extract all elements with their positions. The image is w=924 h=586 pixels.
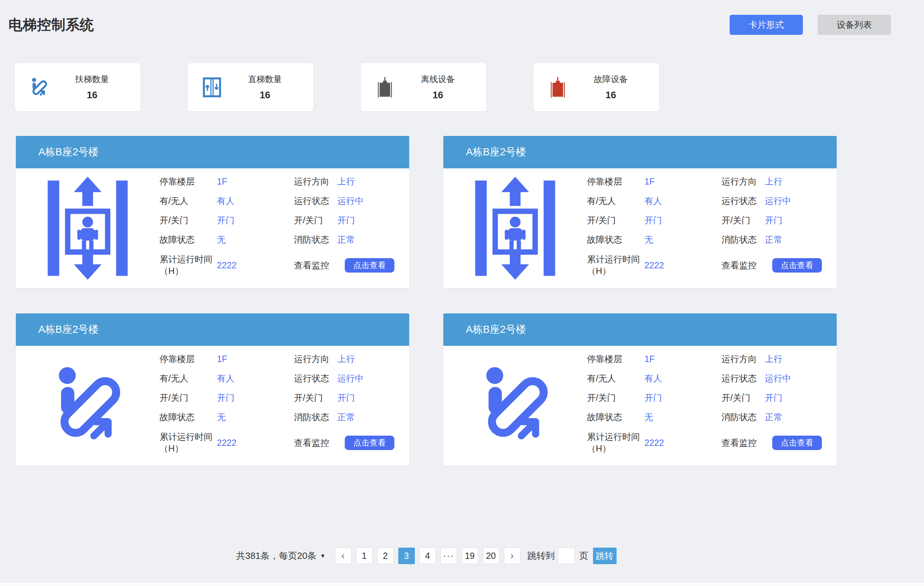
detail-label: 累计运行时间（H） [160, 254, 217, 277]
page-ellipsis[interactable]: ··· [441, 548, 457, 564]
view-monitor-button[interactable]: 点击查看 [345, 436, 394, 450]
detail-value: 有人 [217, 195, 294, 207]
list-view-button[interactable]: 设备列表 [818, 15, 891, 35]
detail-label: 累计运行时间（H） [587, 254, 644, 277]
stat-card: 扶梯数量16 [15, 63, 140, 111]
jump-button[interactable]: 跳转 [593, 548, 617, 564]
detail-label: 停靠楼层 [160, 176, 217, 187]
detail-label: 累计运行时间（H） [160, 431, 217, 454]
detail-label: 查看监控 [721, 437, 765, 449]
device-card: A栋B座2号楼停靠楼层1F运行方向上行有/无人有人运行状态运行中开/关门开门开/… [443, 136, 837, 288]
detail-label: 运行状态 [294, 195, 337, 207]
detail-label: 故障状态 [587, 234, 644, 246]
escalator-icon [28, 76, 50, 98]
elevator-person-icon [41, 174, 134, 282]
detail-value: 正常 [337, 234, 394, 246]
detail-value: 开门 [765, 215, 822, 226]
device-details: 停靠楼层1F运行方向上行有/无人有人运行状态运行中开/关门开门开/关门开门故障状… [587, 168, 837, 288]
device-card-header: A栋B座2号楼 [443, 314, 837, 346]
view-monitor-button[interactable]: 点击查看 [772, 436, 822, 450]
view-toggle: 卡片形式 设备列表 [729, 15, 891, 35]
stat-text: 离线设备16 [396, 74, 480, 101]
detail-row: 故障状态无消防状态正常 [160, 230, 394, 249]
detail-value: 运行中 [765, 195, 822, 207]
detail-label: 有/无人 [160, 195, 217, 207]
device-card-header: A栋B座2号楼 [16, 314, 409, 346]
detail-label: 运行方向 [294, 353, 337, 365]
detail-row: 有/无人有人运行状态运行中 [160, 191, 394, 211]
device-details: 停靠楼层1F运行方向上行有/无人有人运行状态运行中开/关门开门开/关门开门故障状… [160, 346, 409, 465]
topbar: 电梯控制系统 卡片形式 设备列表 [0, 0, 924, 35]
detail-label: 有/无人 [160, 373, 217, 384]
stat-value: 16 [605, 90, 616, 101]
detail-label: 累计运行时间（H） [587, 431, 644, 454]
device-card: A栋B座2号楼停靠楼层1F运行方向上行有/无人有人运行状态运行中开/关门开门开/… [16, 314, 409, 465]
detail-value: 1F [644, 177, 721, 187]
detail-value: 正常 [337, 411, 394, 423]
device-details: 停靠楼层1F运行方向上行有/无人有人运行状态运行中开/关门开门开/关门开门故障状… [587, 346, 837, 465]
detail-label: 运行方向 [721, 176, 765, 187]
detail-value: 有人 [644, 195, 721, 207]
detail-label: 运行状态 [721, 373, 765, 384]
detail-label: 停靠楼层 [587, 176, 644, 187]
page-button-20[interactable]: 20 [483, 548, 499, 564]
next-page-button[interactable]: › [504, 548, 520, 564]
prev-page-button[interactable]: ‹ [335, 548, 351, 564]
detail-label: 查看监控 [721, 259, 765, 271]
detail-row: 故障状态无消防状态正常 [587, 408, 822, 427]
stat-value: 16 [87, 90, 97, 101]
detail-label: 查看监控 [294, 437, 337, 449]
detail-row: 有/无人有人运行状态运行中 [160, 369, 394, 388]
detail-row: 停靠楼层1F运行方向上行 [160, 172, 394, 191]
detail-row: 有/无人有人运行状态运行中 [587, 191, 822, 211]
bottom-strip [0, 583, 924, 586]
detail-label: 开/关门 [587, 215, 644, 226]
device-card-body: 停靠楼层1F运行方向上行有/无人有人运行状态运行中开/关门开门开/关门开门故障状… [16, 346, 409, 465]
page-button-4[interactable]: 4 [419, 548, 436, 564]
detail-label: 消防状态 [294, 411, 337, 423]
escalator-icon [469, 362, 561, 450]
detail-row: 累计运行时间（H）2222查看监控点击查看 [587, 431, 822, 451]
pagination: 共381条，每页20条 ▼ ‹1234···1920› 跳转到 页 跳转 [16, 548, 837, 564]
device-card-body: 停靠楼层1F运行方向上行有/无人有人运行状态运行中开/关门开门开/关门开门故障状… [443, 346, 837, 465]
device-card-header: A栋B座2号楼 [443, 136, 837, 168]
page-button-19[interactable]: 19 [462, 548, 478, 564]
detail-value: 正常 [765, 234, 822, 246]
detail-value: 1F [217, 354, 294, 364]
detail-row: 累计运行时间（H）2222查看监控点击查看 [160, 254, 394, 273]
stat-label: 直梯数量 [248, 74, 282, 85]
detail-value: 无 [217, 234, 294, 246]
detail-row: 开/关门开门开/关门开门 [160, 211, 394, 230]
jump-page-input[interactable] [558, 548, 575, 564]
escalator-icon [41, 362, 134, 450]
offline-elevator-icon [374, 76, 396, 98]
stat-label: 扶梯数量 [75, 74, 109, 85]
page-size-caret-icon[interactable]: ▼ [320, 553, 326, 559]
detail-label: 开/关门 [294, 392, 337, 404]
detail-row: 故障状态无消防状态正常 [160, 408, 394, 427]
detail-label: 开/关门 [160, 392, 217, 404]
detail-label: 运行方向 [721, 353, 765, 365]
detail-value: 无 [644, 234, 721, 246]
view-monitor-button[interactable]: 点击查看 [772, 258, 822, 272]
page-button-3[interactable]: 3 [398, 548, 415, 564]
fault-elevator-icon [547, 76, 569, 98]
device-card: A栋B座2号楼停靠楼层1F运行方向上行有/无人有人运行状态运行中开/关门开门开/… [16, 136, 409, 288]
page-list: ‹1234···1920› [335, 548, 520, 564]
device-card-title: A栋B座2号楼 [38, 323, 99, 337]
stats-row: 扶梯数量16直梯数量16离线设备16故障设备16 [15, 63, 924, 111]
device-details: 停靠楼层1F运行方向上行有/无人有人运行状态运行中开/关门开门开/关门开门故障状… [160, 168, 409, 288]
device-icon-wrap [443, 346, 587, 465]
detail-value: 开门 [765, 392, 822, 404]
card-view-button[interactable]: 卡片形式 [729, 15, 803, 35]
detail-row: 开/关门开门开/关门开门 [587, 211, 822, 230]
detail-label: 开/关门 [721, 215, 765, 226]
device-card-title: A栋B座2号楼 [38, 145, 99, 159]
page-button-1[interactable]: 1 [356, 548, 373, 564]
detail-value: 有人 [217, 373, 294, 384]
page-button-2[interactable]: 2 [377, 548, 394, 564]
device-card-header: A栋B座2号楼 [16, 136, 409, 168]
view-monitor-button[interactable]: 点击查看 [345, 258, 394, 272]
detail-value: 1F [644, 354, 721, 364]
detail-value: 2222 [217, 260, 294, 271]
